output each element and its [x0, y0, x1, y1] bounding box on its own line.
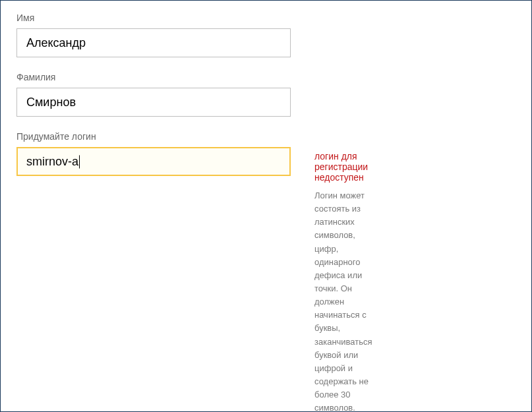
login-validation-panel: логин для регистрации недоступен Логин м… — [314, 151, 372, 412]
last-name-field-block: Фамилия — [16, 72, 291, 117]
login-error-message: логин для регистрации недоступен — [314, 151, 372, 183]
login-field-block: Придумайте логин smirnov-a — [16, 131, 291, 176]
login-label: Придумайте логин — [16, 131, 291, 142]
first-name-field-block: Имя — [16, 13, 291, 57]
login-hint-text: Логин может состоять из латинских символ… — [314, 189, 372, 412]
login-input[interactable] — [16, 147, 291, 176]
registration-form-panel: Имя Фамилия Придумайте логин smirnov-a л… — [0, 0, 532, 412]
first-name-label: Имя — [16, 13, 291, 23]
first-name-input[interactable] — [16, 28, 291, 57]
last-name-input[interactable] — [16, 88, 291, 117]
last-name-label: Фамилия — [16, 72, 291, 82]
